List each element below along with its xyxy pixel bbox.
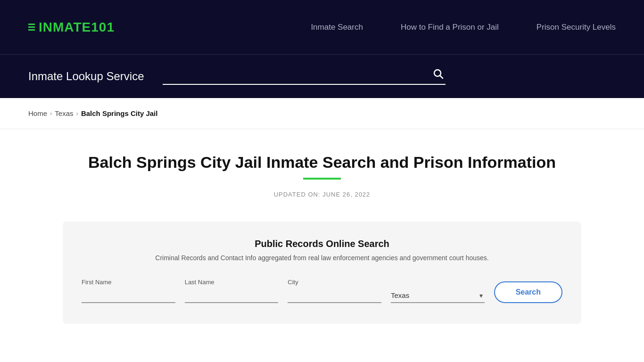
breadcrumb-home[interactable]: Home — [28, 109, 47, 117]
last-name-field: Last Name — [185, 279, 279, 303]
search-button[interactable]: Search — [494, 281, 562, 303]
breadcrumb-current: Balch Springs City Jail — [81, 109, 158, 117]
logo-link[interactable]: INMATE101 — [28, 20, 115, 35]
top-nav: INMATE101 Inmate Search How to Find a Pr… — [0, 0, 644, 54]
logo-bars-icon — [28, 24, 35, 31]
first-name-field: First Name — [82, 279, 175, 303]
first-name-input[interactable] — [82, 288, 175, 303]
breadcrumb-separator-2: › — [76, 110, 78, 117]
city-input[interactable] — [288, 288, 381, 303]
breadcrumb-section: Home › Texas › Balch Springs City Jail — [0, 98, 644, 129]
search-card-subtitle: Criminal Records and Contact Info aggreg… — [82, 254, 562, 262]
search-section-title: Inmate Lookup Service — [28, 70, 144, 83]
search-card: Public Records Online Search Criminal Re… — [63, 222, 581, 324]
search-input[interactable] — [163, 70, 430, 80]
state-select-wrapper: Texas Alabama Alaska Arizona California … — [391, 288, 485, 303]
city-label: City — [288, 279, 381, 286]
search-input-wrapper — [163, 68, 446, 85]
search-card-title: Public Records Online Search — [82, 239, 562, 249]
first-name-label: First Name — [82, 279, 175, 286]
title-underline — [303, 178, 341, 180]
nav-how-to-find[interactable]: How to Find a Prison or Jail — [401, 23, 499, 32]
svg-line-1 — [440, 76, 443, 79]
state-label — [391, 279, 485, 286]
nav-links: Inmate Search How to Find a Prison or Ja… — [311, 23, 616, 32]
logo-text: INMATE101 — [39, 20, 115, 35]
breadcrumb: Home › Texas › Balch Springs City Jail — [28, 109, 616, 117]
breadcrumb-separator-1: › — [50, 110, 52, 117]
state-select[interactable]: Texas Alabama Alaska Arizona California … — [391, 288, 485, 303]
search-form: First Name Last Name City Texas Alabama … — [82, 279, 562, 303]
page-title: Balch Springs City Jail Inmate Search an… — [28, 153, 616, 172]
state-field: Texas Alabama Alaska Arizona California … — [391, 279, 485, 303]
search-icon-button[interactable] — [430, 68, 446, 82]
search-section: Inmate Lookup Service — [0, 54, 644, 98]
updated-text: UPDATED ON: JUNE 26, 2022 — [28, 191, 616, 198]
search-icon — [432, 68, 444, 79]
last-name-input[interactable] — [185, 288, 279, 303]
main-content: Balch Springs City Jail Inmate Search an… — [0, 129, 644, 343]
breadcrumb-state[interactable]: Texas — [55, 109, 73, 117]
city-field: City — [288, 279, 381, 303]
nav-security-levels[interactable]: Prison Security Levels — [537, 23, 616, 32]
nav-inmate-search[interactable]: Inmate Search — [311, 23, 363, 32]
last-name-label: Last Name — [185, 279, 279, 286]
